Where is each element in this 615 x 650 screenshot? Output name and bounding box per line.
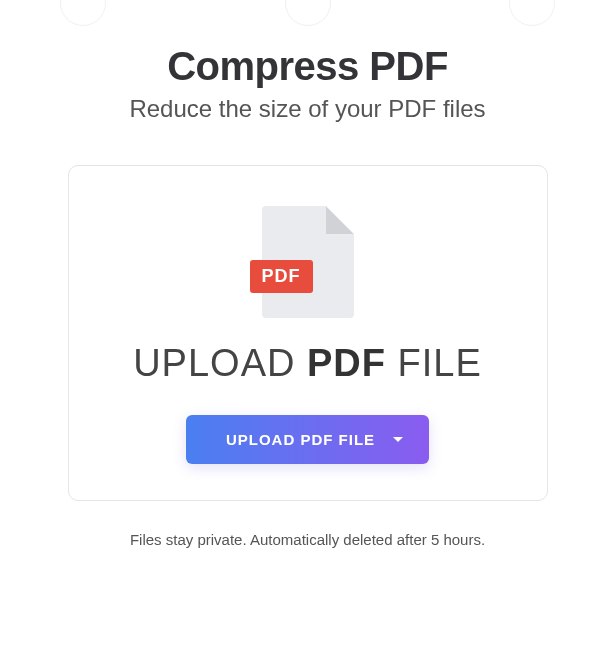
top-icon [285, 0, 331, 26]
top-icon [60, 0, 106, 26]
upload-text-seg1: UPLOAD [133, 342, 307, 384]
pdf-badge: PDF [250, 260, 313, 293]
upload-card[interactable]: PDF UPLOAD PDF FILE UPLOAD PDF FILE [68, 165, 548, 501]
pdf-file-icon: PDF [99, 206, 517, 318]
upload-hero-text: UPLOAD PDF FILE [99, 342, 517, 385]
top-icon [509, 0, 555, 26]
page-subtitle: Reduce the size of your PDF files [0, 95, 615, 123]
chevron-down-icon [393, 437, 403, 442]
upload-text-bold: PDF [307, 342, 386, 384]
upload-text-seg2: FILE [386, 342, 482, 384]
page-title: Compress PDF [0, 44, 615, 89]
upload-pdf-button[interactable]: UPLOAD PDF FILE [186, 415, 429, 464]
upload-button-label: UPLOAD PDF FILE [226, 431, 375, 448]
top-icon-row [0, 0, 615, 26]
privacy-footnote: Files stay private. Automatically delete… [0, 531, 615, 548]
